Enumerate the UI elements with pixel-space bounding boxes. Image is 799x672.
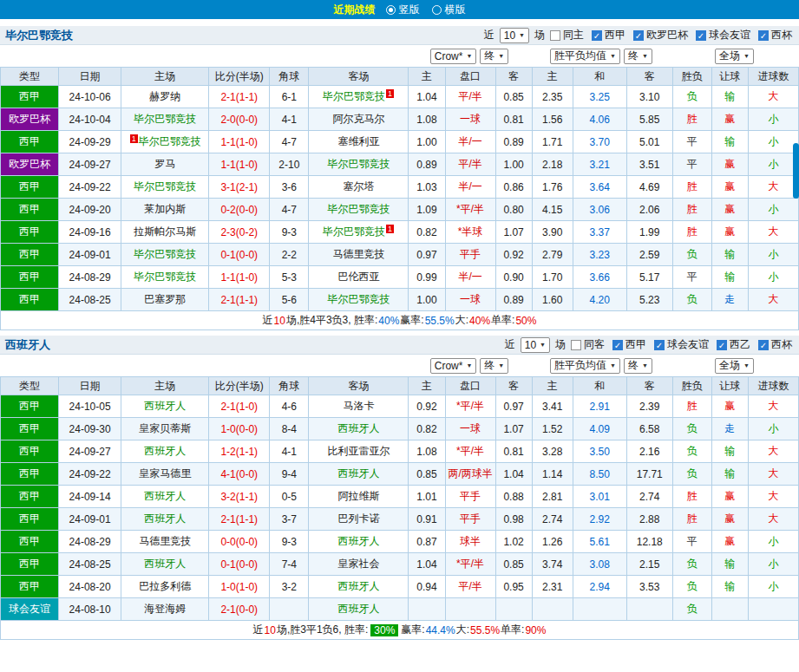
cell-asia-handicap: 半/一 (445, 131, 495, 153)
summary-part: 50% (515, 315, 536, 327)
column-header: 类型 (1, 377, 59, 395)
radio-horizontal[interactable]: 横版 (432, 3, 466, 17)
cell-euro-draw-odds: 3.37 (573, 221, 626, 244)
column-header: 和 (573, 377, 626, 395)
cell-result-handicap: 输 (711, 86, 748, 108)
radio-unselected-icon[interactable] (432, 5, 442, 15)
radio-vertical[interactable]: 竖版 (386, 3, 420, 17)
checked-checkbox-icon[interactable] (592, 30, 602, 41)
filter-checkbox-label[interactable]: 西杯 (771, 337, 792, 352)
europe-avg-select[interactable]: 胜平负均值 ▼ (550, 358, 620, 374)
cell-euro-draw-odds: 2.91 (573, 395, 626, 418)
radio-selected-icon[interactable] (386, 5, 396, 15)
cell-euro-home-odds: 2.81 (532, 486, 573, 508)
cell-euro-home-odds: 1.56 (532, 108, 573, 131)
filter-checkbox-label[interactable]: 欧罗巴杯 (646, 28, 688, 42)
cell-euro-draw-odds: 2.92 (573, 508, 626, 531)
team-title: 西班牙人 (5, 337, 50, 353)
scope-select[interactable]: 全场 ▼ (715, 358, 754, 374)
scrollbar-thumb[interactable] (793, 143, 799, 199)
column-header: 胜负 (672, 377, 711, 395)
filter-checkbox[interactable]: 西甲 (612, 337, 646, 352)
europe-avg-select[interactable]: 胜平负均值 ▼ (550, 49, 620, 64)
team-section: 西班牙人 近 10 ▼ 场 同客西甲球会友谊西乙西杯 Crow* ▼ 终 ▼ 胜 (0, 336, 799, 640)
asia-stage-select[interactable]: 终 ▼ (480, 49, 508, 64)
europe-stage-select[interactable]: 终 ▼ (624, 358, 652, 374)
checked-checkbox-icon[interactable] (696, 30, 706, 41)
cell-asia-handicap: 平手 (445, 244, 495, 266)
bookmaker-select[interactable]: Crow* ▼ (430, 49, 477, 64)
chevron-down-icon: ▼ (743, 53, 750, 59)
filter-checkbox-label[interactable]: 球会友谊 (667, 337, 709, 352)
unchecked-checkbox-icon[interactable] (571, 340, 581, 350)
cell-asia-away-odds: 1.04 (495, 463, 532, 486)
cell-euro-draw-odds: 4.06 (573, 108, 626, 131)
cell-date: 24-09-16 (59, 221, 121, 244)
checked-checkbox-icon[interactable] (612, 340, 623, 350)
cell-away-team: 阿尔克马尔 (309, 108, 409, 131)
cell-result-handicap: 输 (711, 131, 748, 153)
radio-vertical-label[interactable]: 竖版 (399, 3, 420, 17)
cell-asia-handicap: *平/半 (445, 440, 495, 463)
cell-result-goals: 小 (748, 266, 798, 289)
filter-checkbox[interactable]: 西乙 (717, 337, 750, 352)
filter-checkbox-label[interactable]: 同客 (584, 337, 605, 352)
summary-part: 30% (370, 624, 398, 636)
checked-checkbox-icon[interactable] (717, 340, 727, 350)
cell-result-handicap: 输 (711, 266, 748, 289)
checked-checkbox-icon[interactable] (758, 340, 769, 350)
cell-result-wdl: 平 (672, 266, 711, 289)
filter-checkbox[interactable]: 球会友谊 (696, 28, 750, 42)
match-count-select[interactable]: 10 ▼ (521, 337, 550, 353)
cell-score: 1-1(1-0) (209, 131, 270, 153)
filter-checkbox-label[interactable]: 西杯 (771, 28, 792, 42)
filter-checkbox[interactable]: 球会友谊 (654, 337, 709, 352)
cell-asia-away-odds: 0.92 (495, 244, 532, 266)
summary-part: 单率: (491, 313, 514, 328)
chevron-down-icon: ▼ (610, 53, 616, 59)
cell-result-goals: 大 (748, 86, 798, 108)
filter-checkbox-label[interactable]: 球会友谊 (709, 28, 750, 42)
checked-checkbox-icon[interactable] (633, 30, 644, 41)
filter-checkbox-label[interactable]: 西甲 (605, 28, 625, 42)
filter-checkbox[interactable]: 同主 (550, 28, 584, 42)
filter-checkbox-label[interactable]: 西乙 (730, 337, 750, 352)
column-header: 和 (573, 68, 626, 86)
chevron-down-icon: ▼ (610, 362, 616, 369)
cell-corner: 3-2 (270, 576, 309, 598)
filter-checkbox[interactable]: 西杯 (758, 337, 792, 352)
match-count-select[interactable]: 10 ▼ (500, 28, 529, 43)
column-header: 比分(半场) (209, 68, 270, 86)
cell-result-wdl: 平 (672, 153, 711, 176)
scope-select[interactable]: 全场 ▼ (715, 49, 754, 64)
cell-euro-home-odds: 1.60 (532, 289, 573, 311)
checked-checkbox-icon[interactable] (654, 340, 665, 350)
filter-checkbox[interactable]: 西甲 (592, 28, 625, 42)
checked-checkbox-icon[interactable] (758, 30, 769, 41)
cell-league: 西甲 (1, 463, 59, 486)
column-header: 客场 (309, 68, 409, 86)
unchecked-checkbox-icon[interactable] (550, 30, 560, 41)
radio-horizontal-label[interactable]: 横版 (445, 3, 466, 17)
cell-home-team: 西班牙人 (121, 395, 209, 418)
filter-checkbox-label[interactable]: 同主 (563, 28, 584, 42)
asia-stage-select[interactable]: 终 ▼ (480, 358, 508, 374)
cell-result-handicap: 赢 (711, 108, 748, 131)
cell-away-team: 阿拉维斯 (309, 486, 409, 508)
bookmaker-select[interactable]: Crow* ▼ (430, 358, 477, 374)
filter-checkbox[interactable]: 同客 (571, 337, 605, 352)
column-header: 主场 (121, 68, 209, 86)
header-row: 类型 日期 主场 比分(半场) 角球 客场 主 盘口 客 主 和 客 胜负 让球… (1, 68, 799, 86)
table-row: 西甲24-08-29毕尔巴鄂竞技1-1(1-0)5-3巴伦西亚0.99半/一0.… (1, 266, 799, 289)
cell-league: 球会友谊 (1, 598, 59, 621)
cell-result-goals: 小 (748, 108, 798, 131)
cell-asia-away-odds (495, 598, 532, 621)
cell-euro-home-odds: 2.79 (532, 244, 573, 266)
filter-checkbox[interactable]: 欧罗巴杯 (633, 28, 688, 42)
team-name: 巴拉多利德 (139, 580, 191, 592)
cell-asia-away-odds: 1.07 (495, 221, 532, 244)
europe-stage-select[interactable]: 终 ▼ (624, 49, 652, 64)
cell-date: 24-09-27 (59, 440, 121, 463)
filter-checkbox[interactable]: 西杯 (758, 28, 792, 42)
filter-checkbox-label[interactable]: 西甲 (625, 337, 646, 352)
